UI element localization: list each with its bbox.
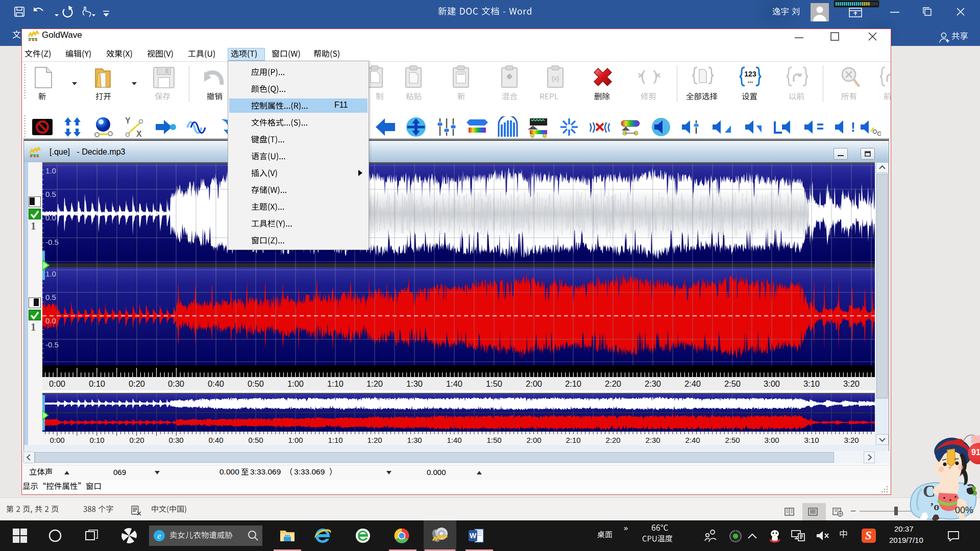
svg-text:0:10: 0:10 [89, 379, 105, 388]
svg-text:X: X [136, 130, 142, 138]
svg-text:0:00: 0:00 [49, 379, 65, 388]
svg-text:0:30: 0:30 [168, 379, 184, 388]
svg-text:2:40: 2:40 [685, 436, 700, 444]
svg-text:{x}: {x} [551, 74, 559, 82]
svg-text:0.5: 0.5 [45, 190, 56, 198]
svg-text:1:10: 1:10 [328, 436, 342, 444]
svg-text:0:50: 0:50 [248, 436, 263, 444]
svg-text:W: W [470, 532, 477, 540]
svg-text:2:00: 2:00 [526, 379, 542, 388]
svg-text:1:00: 1:00 [288, 436, 303, 444]
svg-text:0:10: 0:10 [89, 436, 104, 444]
svg-text:e: e [157, 531, 161, 541]
svg-text:1:40: 1:40 [446, 379, 462, 388]
svg-text:3:20: 3:20 [844, 436, 859, 444]
svg-text:0.0: 0.0 [45, 316, 56, 325]
svg-text:2:20: 2:20 [605, 436, 620, 444]
svg-text:0:00: 0:00 [50, 436, 64, 444]
svg-text:2:10: 2:10 [566, 436, 580, 444]
svg-text:1:20: 1:20 [367, 436, 382, 444]
svg-text:3:10: 3:10 [803, 379, 820, 388]
svg-text:0:40: 0:40 [208, 379, 224, 388]
svg-text:1:30: 1:30 [406, 379, 423, 388]
svg-text:1:10: 1:10 [327, 379, 344, 388]
svg-text:2:40: 2:40 [684, 379, 701, 388]
svg-text:...: ... [748, 77, 753, 84]
svg-text:1.0: 1.0 [45, 269, 56, 278]
svg-text:1:00: 1:00 [287, 379, 304, 388]
svg-text:1:50: 1:50 [486, 436, 501, 444]
svg-text:2:20: 2:20 [605, 379, 621, 388]
svg-text:!: ! [851, 119, 855, 135]
svg-text:1:50: 1:50 [486, 379, 502, 388]
svg-text:2:50: 2:50 [725, 436, 740, 444]
svg-text:1:40: 1:40 [447, 436, 461, 444]
svg-text:0:20: 0:20 [129, 436, 144, 444]
svg-text:-0.5: -0.5 [45, 340, 59, 349]
svg-text:3:20: 3:20 [843, 379, 860, 388]
svg-text:3:00: 3:00 [764, 436, 779, 444]
svg-text:0:50: 0:50 [248, 379, 264, 388]
svg-text:0.5: 0.5 [45, 293, 56, 302]
svg-text:1:30: 1:30 [407, 436, 422, 444]
svg-text:-0.5: -0.5 [45, 238, 59, 246]
svg-text:2:10: 2:10 [565, 379, 581, 388]
svg-text:1:20: 1:20 [366, 379, 383, 388]
svg-text:0:40: 0:40 [208, 436, 223, 444]
svg-text:0:20: 0:20 [129, 379, 145, 388]
svg-text:3:00: 3:00 [764, 379, 780, 388]
svg-text:0:30: 0:30 [168, 436, 183, 444]
svg-text:3:10: 3:10 [804, 436, 819, 444]
svg-text:2:50: 2:50 [724, 379, 741, 388]
svg-text:2:30: 2:30 [645, 379, 661, 388]
svg-text:1.0: 1.0 [45, 166, 56, 175]
svg-text:2:00: 2:00 [526, 436, 541, 444]
svg-text:2:30: 2:30 [645, 436, 660, 444]
svg-text:Y: Y [125, 116, 131, 125]
